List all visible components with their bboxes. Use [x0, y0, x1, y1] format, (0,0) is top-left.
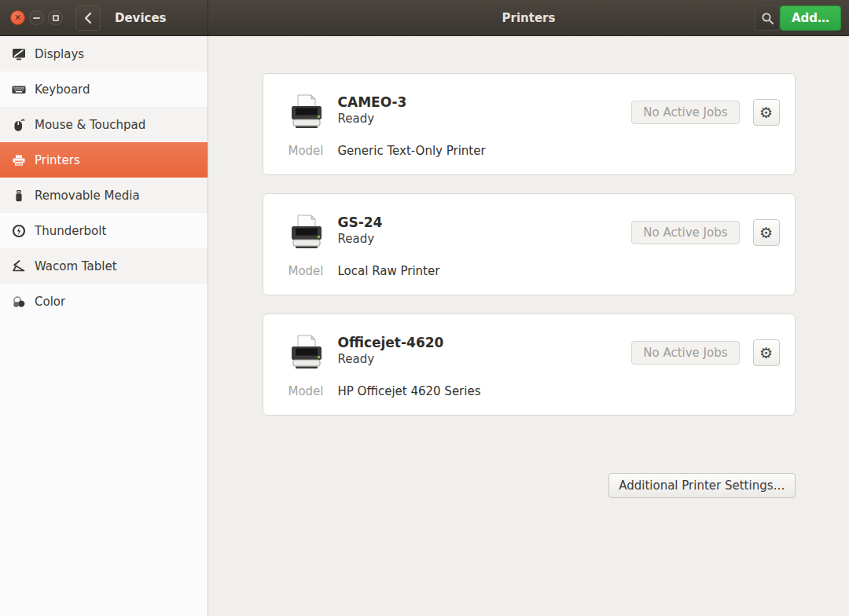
header-section-title: Devices: [115, 11, 167, 25]
thunderbolt-icon: [12, 224, 26, 238]
printer-card: CAMEO-3 Ready No Active Jobs ⚙ Model Gen…: [263, 73, 796, 175]
gear-icon: ⚙: [759, 105, 773, 120]
chevron-left-icon: [84, 12, 92, 24]
header-left-section: ✕ Devices: [0, 0, 208, 35]
model-value: HP Officejet 4620 Series: [338, 384, 618, 398]
maximize-icon: [53, 15, 59, 21]
back-button[interactable]: [75, 6, 101, 31]
printer-name: CAMEO-3: [338, 94, 618, 110]
search-button[interactable]: [755, 6, 780, 31]
minimize-icon: [33, 17, 40, 19]
sidebar-item-label: Keyboard: [35, 82, 90, 97]
printer-actions: No Active Jobs ⚙: [631, 93, 779, 132]
sidebar-item-removable-media[interactable]: Removable Media: [0, 178, 208, 213]
printer-device-icon: [289, 333, 324, 372]
mouse-icon: [12, 118, 26, 132]
sidebar-item-keyboard[interactable]: Keyboard: [0, 72, 208, 107]
keyboard-icon: [12, 82, 26, 97]
settings-window: ✕ Devices Printers Add…: [0, 0, 849, 616]
add-printer-button[interactable]: Add…: [780, 6, 841, 31]
printers-panel: CAMEO-3 Ready No Active Jobs ⚙ Model Gen…: [208, 36, 849, 616]
sidebar-item-label: Removable Media: [35, 189, 140, 203]
header-bar: ✕ Devices Printers Add…: [0, 0, 849, 36]
printer-header: Officejet-4620 Ready: [338, 333, 618, 372]
printer-name: GS-24: [338, 214, 618, 230]
display-icon: [12, 47, 26, 61]
sidebar-item-printers[interactable]: Printers: [0, 142, 208, 178]
sidebar-item-label: Displays: [35, 47, 84, 61]
no-active-jobs-button[interactable]: No Active Jobs: [631, 221, 739, 244]
main-area: Displays: [0, 36, 849, 616]
gear-icon: ⚙: [759, 346, 773, 361]
model-label: Model: [288, 264, 323, 278]
color-icon: [12, 295, 26, 309]
sidebar-item-mouse-touchpad[interactable]: Mouse & Touchpad: [0, 107, 208, 142]
usb-icon: [12, 189, 26, 203]
wacom-tablet-icon: [12, 259, 26, 273]
sidebar: Displays: [0, 36, 208, 616]
sidebar-item-label: Color: [35, 295, 65, 309]
printer-status: Ready: [338, 232, 618, 246]
search-icon: [761, 12, 774, 25]
printer-header: CAMEO-3 Ready: [338, 93, 618, 132]
sidebar-item-wacom-tablet[interactable]: Wacom Tablet: [0, 248, 208, 284]
maximize-button[interactable]: [48, 10, 63, 25]
sidebar-item-label: Mouse & Touchpad: [35, 118, 145, 132]
printer-status: Ready: [338, 352, 618, 366]
gear-icon: ⚙: [759, 226, 773, 240]
model-label: Model: [288, 384, 323, 398]
minimize-button[interactable]: [29, 10, 44, 25]
printer-settings-button[interactable]: ⚙: [753, 99, 780, 126]
printer-settings-button[interactable]: ⚙: [753, 339, 780, 366]
printer-header: GS-24 Ready: [338, 213, 618, 252]
sidebar-item-label: Wacom Tablet: [35, 259, 117, 273]
additional-printer-settings-button[interactable]: Additional Printer Settings…: [608, 473, 795, 498]
printer-status: Ready: [338, 112, 618, 126]
sidebar-item-label: Thunderbolt: [35, 224, 106, 238]
printer-settings-button[interactable]: ⚙: [753, 219, 780, 246]
printer-actions: No Active Jobs ⚙: [631, 213, 779, 252]
sidebar-item-label: Printers: [35, 153, 80, 167]
printer-card: Officejet-4620 Ready No Active Jobs ⚙ Mo…: [263, 314, 796, 416]
sidebar-item-displays[interactable]: Displays: [0, 36, 208, 72]
close-icon: ✕: [14, 13, 21, 22]
no-active-jobs-button[interactable]: No Active Jobs: [631, 341, 739, 365]
model-value: Local Raw Printer: [338, 264, 618, 278]
model-value: Generic Text-Only Printer: [338, 144, 618, 158]
printer-device-icon: [289, 93, 324, 132]
printer-actions: No Active Jobs ⚙: [631, 333, 779, 372]
printer-icon: [12, 153, 26, 167]
printer-device-icon: [289, 213, 324, 252]
page-title: Printers: [208, 0, 849, 36]
sidebar-item-color[interactable]: Color: [0, 284, 208, 319]
printer-name: Officejet-4620: [338, 335, 618, 350]
printer-card: GS-24 Ready No Active Jobs ⚙ Model Local…: [263, 193, 796, 295]
close-button[interactable]: ✕: [10, 10, 25, 25]
no-active-jobs-button[interactable]: No Active Jobs: [631, 101, 739, 124]
sidebar-item-thunderbolt[interactable]: Thunderbolt: [0, 213, 208, 248]
model-label: Model: [288, 144, 323, 158]
